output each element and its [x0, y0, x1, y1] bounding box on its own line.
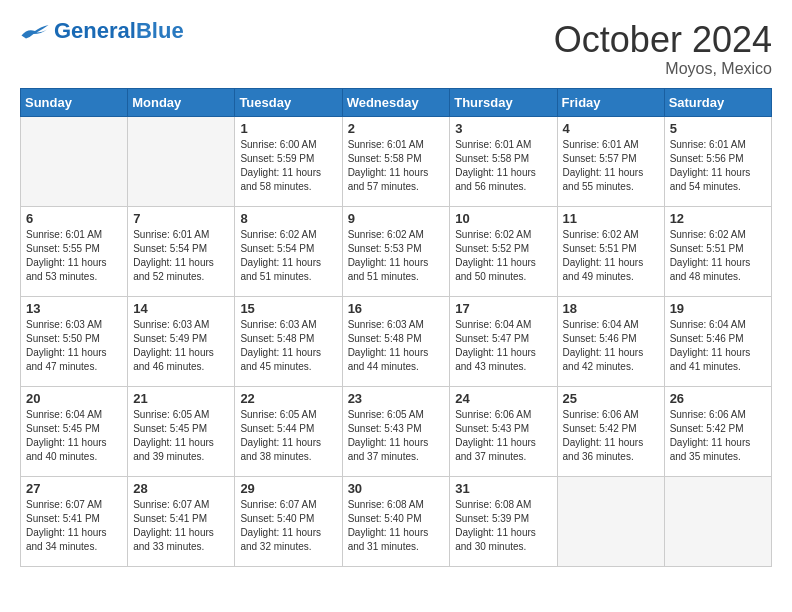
- sunset: Sunset: 5:57 PM: [563, 153, 637, 164]
- sunrise: Sunrise: 6:04 AM: [670, 319, 746, 330]
- daylight: Daylight: 11 hours and 47 minutes.: [26, 347, 107, 372]
- daylight: Daylight: 11 hours and 38 minutes.: [240, 437, 321, 462]
- sunrise: Sunrise: 6:03 AM: [26, 319, 102, 330]
- daylight: Daylight: 11 hours and 30 minutes.: [455, 527, 536, 552]
- sunrise: Sunrise: 6:06 AM: [455, 409, 531, 420]
- bird-icon: [20, 22, 50, 40]
- table-row: 11 Sunrise: 6:02 AM Sunset: 5:51 PM Dayl…: [557, 206, 664, 296]
- table-row: [557, 476, 664, 566]
- table-row: 9 Sunrise: 6:02 AM Sunset: 5:53 PM Dayli…: [342, 206, 450, 296]
- daylight: Daylight: 11 hours and 43 minutes.: [455, 347, 536, 372]
- day-number: 20: [26, 391, 122, 406]
- sunset: Sunset: 5:43 PM: [348, 423, 422, 434]
- daylight: Daylight: 11 hours and 37 minutes.: [455, 437, 536, 462]
- sunset: Sunset: 5:48 PM: [240, 333, 314, 344]
- sunset: Sunset: 5:41 PM: [133, 513, 207, 524]
- location: Moyos, Mexico: [554, 60, 772, 78]
- day-number: 9: [348, 211, 445, 226]
- sunrise: Sunrise: 6:01 AM: [26, 229, 102, 240]
- sunset: Sunset: 5:44 PM: [240, 423, 314, 434]
- daylight: Daylight: 11 hours and 56 minutes.: [455, 167, 536, 192]
- daylight: Daylight: 11 hours and 35 minutes.: [670, 437, 751, 462]
- sunset: Sunset: 5:45 PM: [26, 423, 100, 434]
- day-info: Sunrise: 6:01 AM Sunset: 5:55 PM Dayligh…: [26, 228, 122, 284]
- daylight: Daylight: 11 hours and 51 minutes.: [348, 257, 429, 282]
- table-row: 12 Sunrise: 6:02 AM Sunset: 5:51 PM Dayl…: [664, 206, 771, 296]
- logo: GeneralBlue: [20, 20, 184, 42]
- table-row: 30 Sunrise: 6:08 AM Sunset: 5:40 PM Dayl…: [342, 476, 450, 566]
- day-number: 15: [240, 301, 336, 316]
- day-number: 24: [455, 391, 551, 406]
- daylight: Daylight: 11 hours and 53 minutes.: [26, 257, 107, 282]
- table-row: 21 Sunrise: 6:05 AM Sunset: 5:45 PM Dayl…: [128, 386, 235, 476]
- sunset: Sunset: 5:49 PM: [133, 333, 207, 344]
- sunrise: Sunrise: 6:07 AM: [240, 499, 316, 510]
- day-info: Sunrise: 6:02 AM Sunset: 5:54 PM Dayligh…: [240, 228, 336, 284]
- sunset: Sunset: 5:54 PM: [240, 243, 314, 254]
- day-number: 19: [670, 301, 766, 316]
- day-info: Sunrise: 6:07 AM Sunset: 5:41 PM Dayligh…: [133, 498, 229, 554]
- sunrise: Sunrise: 6:03 AM: [240, 319, 316, 330]
- day-number: 30: [348, 481, 445, 496]
- table-row: 8 Sunrise: 6:02 AM Sunset: 5:54 PM Dayli…: [235, 206, 342, 296]
- sunset: Sunset: 5:40 PM: [240, 513, 314, 524]
- sunrise: Sunrise: 6:02 AM: [348, 229, 424, 240]
- day-number: 25: [563, 391, 659, 406]
- table-row: 6 Sunrise: 6:01 AM Sunset: 5:55 PM Dayli…: [21, 206, 128, 296]
- day-info: Sunrise: 6:01 AM Sunset: 5:56 PM Dayligh…: [670, 138, 766, 194]
- daylight: Daylight: 11 hours and 37 minutes.: [348, 437, 429, 462]
- title-block: October 2024 Moyos, Mexico: [554, 20, 772, 78]
- day-number: 21: [133, 391, 229, 406]
- daylight: Daylight: 11 hours and 58 minutes.: [240, 167, 321, 192]
- day-number: 22: [240, 391, 336, 406]
- sunset: Sunset: 5:47 PM: [455, 333, 529, 344]
- sunset: Sunset: 5:53 PM: [348, 243, 422, 254]
- day-number: 11: [563, 211, 659, 226]
- sunrise: Sunrise: 6:03 AM: [133, 319, 209, 330]
- table-row: 14 Sunrise: 6:03 AM Sunset: 5:49 PM Dayl…: [128, 296, 235, 386]
- table-row: 16 Sunrise: 6:03 AM Sunset: 5:48 PM Dayl…: [342, 296, 450, 386]
- day-info: Sunrise: 6:02 AM Sunset: 5:51 PM Dayligh…: [670, 228, 766, 284]
- daylight: Daylight: 11 hours and 34 minutes.: [26, 527, 107, 552]
- day-info: Sunrise: 6:05 AM Sunset: 5:44 PM Dayligh…: [240, 408, 336, 464]
- day-number: 23: [348, 391, 445, 406]
- sunrise: Sunrise: 6:02 AM: [455, 229, 531, 240]
- daylight: Daylight: 11 hours and 52 minutes.: [133, 257, 214, 282]
- table-row: 3 Sunrise: 6:01 AM Sunset: 5:58 PM Dayli…: [450, 116, 557, 206]
- daylight: Daylight: 11 hours and 45 minutes.: [240, 347, 321, 372]
- daylight: Daylight: 11 hours and 31 minutes.: [348, 527, 429, 552]
- sunset: Sunset: 5:48 PM: [348, 333, 422, 344]
- daylight: Daylight: 11 hours and 54 minutes.: [670, 167, 751, 192]
- sunset: Sunset: 5:56 PM: [670, 153, 744, 164]
- day-number: 5: [670, 121, 766, 136]
- sunrise: Sunrise: 6:05 AM: [133, 409, 209, 420]
- day-info: Sunrise: 6:00 AM Sunset: 5:59 PM Dayligh…: [240, 138, 336, 194]
- day-info: Sunrise: 6:02 AM Sunset: 5:53 PM Dayligh…: [348, 228, 445, 284]
- calendar-row: 20 Sunrise: 6:04 AM Sunset: 5:45 PM Dayl…: [21, 386, 772, 476]
- sunset: Sunset: 5:54 PM: [133, 243, 207, 254]
- sunset: Sunset: 5:42 PM: [670, 423, 744, 434]
- sunrise: Sunrise: 6:01 AM: [455, 139, 531, 150]
- sunrise: Sunrise: 6:04 AM: [455, 319, 531, 330]
- day-info: Sunrise: 6:07 AM Sunset: 5:41 PM Dayligh…: [26, 498, 122, 554]
- sunrise: Sunrise: 6:07 AM: [133, 499, 209, 510]
- day-info: Sunrise: 6:07 AM Sunset: 5:40 PM Dayligh…: [240, 498, 336, 554]
- header-saturday: Saturday: [664, 88, 771, 116]
- day-info: Sunrise: 6:04 AM Sunset: 5:46 PM Dayligh…: [563, 318, 659, 374]
- header-tuesday: Tuesday: [235, 88, 342, 116]
- sunset: Sunset: 5:58 PM: [455, 153, 529, 164]
- day-number: 28: [133, 481, 229, 496]
- daylight: Daylight: 11 hours and 40 minutes.: [26, 437, 107, 462]
- table-row: 19 Sunrise: 6:04 AM Sunset: 5:46 PM Dayl…: [664, 296, 771, 386]
- day-number: 6: [26, 211, 122, 226]
- table-row: 10 Sunrise: 6:02 AM Sunset: 5:52 PM Dayl…: [450, 206, 557, 296]
- sunrise: Sunrise: 6:00 AM: [240, 139, 316, 150]
- header-wednesday: Wednesday: [342, 88, 450, 116]
- sunset: Sunset: 5:59 PM: [240, 153, 314, 164]
- sunset: Sunset: 5:41 PM: [26, 513, 100, 524]
- table-row: 7 Sunrise: 6:01 AM Sunset: 5:54 PM Dayli…: [128, 206, 235, 296]
- sunset: Sunset: 5:43 PM: [455, 423, 529, 434]
- sunset: Sunset: 5:45 PM: [133, 423, 207, 434]
- table-row: 18 Sunrise: 6:04 AM Sunset: 5:46 PM Dayl…: [557, 296, 664, 386]
- day-info: Sunrise: 6:05 AM Sunset: 5:45 PM Dayligh…: [133, 408, 229, 464]
